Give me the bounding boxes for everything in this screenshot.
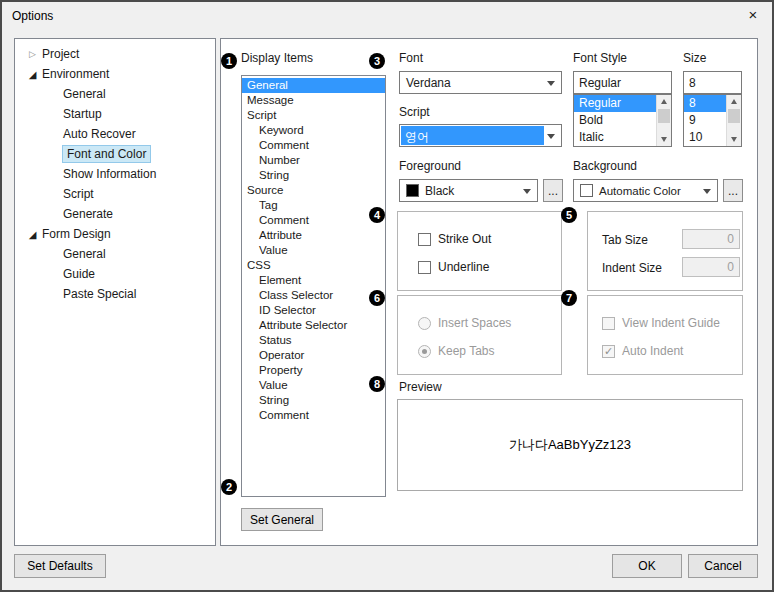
tree-item-font-and-color[interactable]: Font and Color [15,144,215,164]
display-item-css-string[interactable]: String [242,393,385,408]
set-defaults-button[interactable]: Set Defaults [14,554,106,578]
display-item-source[interactable]: Source [242,183,385,198]
font-select[interactable]: Verdana [399,71,562,94]
dropdown-arrow-icon [703,189,711,194]
display-item-script[interactable]: Script [242,108,385,123]
foreground-more-button[interactable]: ... [543,179,563,202]
display-items-list[interactable]: General Message Script Keyword Comment N… [241,75,386,497]
tree-item-guide[interactable]: Guide [15,264,215,284]
display-item-css-value[interactable]: Value [242,378,385,393]
tree-item-show-information[interactable]: Show Information [15,164,215,184]
tree-item-startup[interactable]: Startup [15,104,215,124]
size-label: Size [683,51,706,65]
scroll-down-icon[interactable] [661,137,667,142]
tree-item-project[interactable]: ▷ Project [15,44,215,64]
foreground-swatch [406,184,419,197]
font-style-option-regular[interactable]: Regular [574,95,656,112]
tree-item-label: General [63,87,106,101]
checkbox-icon [418,233,431,246]
close-icon[interactable]: × [744,6,762,24]
size-option-10[interactable]: 10 [684,129,726,146]
titlebar[interactable]: Options × [2,2,772,30]
display-item-css-operator[interactable]: Operator [242,348,385,363]
keep-tabs-radio[interactable]: Keep Tabs [418,344,495,358]
step-badge-1: 1 [221,53,237,69]
display-item-source-value[interactable]: Value [242,243,385,258]
display-item-source-attribute[interactable]: Attribute [242,228,385,243]
font-style-option-bold[interactable]: Bold [574,112,656,129]
tree-expander-icon[interactable]: ◢ [26,69,39,80]
display-item-source-tag[interactable]: Tag [242,198,385,213]
radio-icon [418,345,431,358]
indent-group: View Indent Guide ✓ Auto Indent [587,295,743,375]
checkbox-label: Underline [438,260,489,274]
size-option-8[interactable]: 8 [684,95,726,112]
scroll-thumb[interactable] [728,109,740,123]
scroll-down-icon[interactable] [731,137,737,142]
dropdown-arrow-icon [523,189,531,194]
tree-expander-icon[interactable]: ▷ [26,49,39,59]
scroll-up-icon[interactable] [661,99,667,104]
cancel-button[interactable]: Cancel [688,554,758,578]
font-style-option-italic[interactable]: Italic [574,129,656,146]
display-item-script-number[interactable]: Number [242,153,385,168]
dropdown-arrow-icon [547,134,555,139]
scroll-up-icon[interactable] [731,99,737,104]
background-label: Background [573,159,637,173]
display-item-css-element[interactable]: Element [242,273,385,288]
font-style-list[interactable]: Regular Bold Italic [573,94,672,147]
size-option-9[interactable]: 9 [684,112,726,129]
tree-item-script[interactable]: Script [15,184,215,204]
script-select[interactable]: 영어 [399,124,562,147]
tree-item-label: Project [42,47,79,61]
foreground-color-select[interactable]: Black [399,179,538,202]
tree-item-auto-recover[interactable]: Auto Recover [15,124,215,144]
display-item-css-status[interactable]: Status [242,333,385,348]
tree-item-form-design[interactable]: ◢ Form Design [15,224,215,244]
background-color-select[interactable]: Automatic Color [573,179,718,202]
background-value: Automatic Color [599,185,681,197]
display-item-message[interactable]: Message [242,93,385,108]
display-item-css-id-selector[interactable]: ID Selector [242,303,385,318]
tree-item-label: Auto Recover [63,127,136,141]
step-badge-6: 6 [369,290,385,306]
tree-item-env-general[interactable]: General [15,84,215,104]
display-item-script-keyword[interactable]: Keyword [242,123,385,138]
scroll-thumb[interactable] [658,109,670,123]
size-list[interactable]: 8 9 10 [683,94,742,147]
display-item-css-comment[interactable]: Comment [242,408,385,423]
background-more-button[interactable]: ... [723,179,743,202]
indent-size-input[interactable] [682,257,740,277]
options-dialog: Options × ▷ Project ◢ Environment Genera… [0,0,774,592]
font-style-input[interactable] [573,71,672,94]
tree-item-paste-special[interactable]: Paste Special [15,284,215,304]
scrollbar[interactable] [726,95,741,146]
insert-spaces-radio[interactable]: Insert Spaces [418,316,511,330]
size-input[interactable] [683,71,742,94]
display-item-source-comment[interactable]: Comment [242,213,385,228]
display-item-script-comment[interactable]: Comment [242,138,385,153]
tree-item-generate[interactable]: Generate [15,204,215,224]
display-item-css-attribute-selector[interactable]: Attribute Selector [242,318,385,333]
display-item-css-property[interactable]: Property [242,363,385,378]
view-indent-guide-checkbox[interactable]: View Indent Guide [602,316,720,330]
tree-expander-icon[interactable]: ◢ [26,229,39,240]
tab-size-input[interactable] [682,229,740,249]
auto-indent-checkbox[interactable]: ✓ Auto Indent [602,344,683,358]
set-general-button[interactable]: Set General [241,508,323,531]
display-item-general[interactable]: General [242,78,385,93]
underline-checkbox[interactable]: Underline [418,260,489,274]
ok-button[interactable]: OK [612,554,682,578]
display-item-css[interactable]: CSS [242,258,385,273]
strike-out-checkbox[interactable]: Strike Out [418,232,491,246]
tree-item-form-general[interactable]: General [15,244,215,264]
tree-item-environment[interactable]: ◢ Environment [15,64,215,84]
scrollbar[interactable] [656,95,671,146]
checkbox-label: View Indent Guide [622,316,720,330]
script-value: 영어 [401,126,544,145]
display-item-css-class-selector[interactable]: Class Selector [242,288,385,303]
tab-size-label: Tab Size [602,233,648,247]
font-value: Verdana [406,76,451,90]
tree-item-label: Font and Color [63,146,150,162]
display-item-script-string[interactable]: String [242,168,385,183]
